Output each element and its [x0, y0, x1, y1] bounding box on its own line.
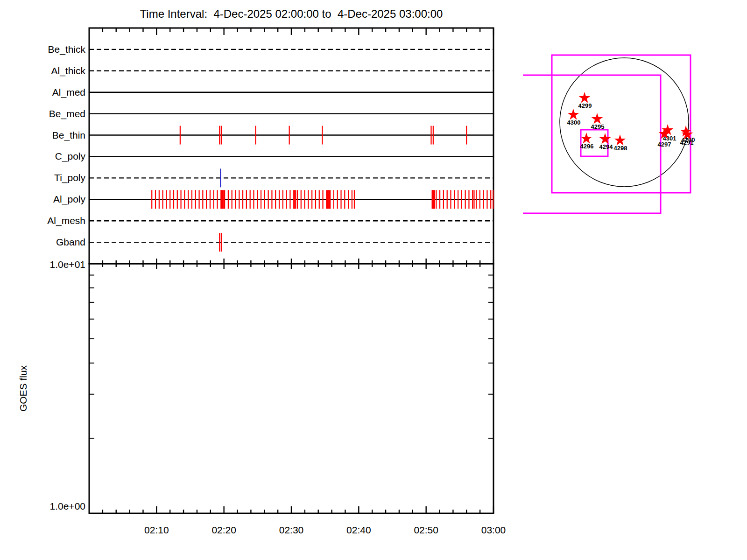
ar-label-4300: 4300 [567, 119, 581, 126]
filter-label-Be_med: Be_med [49, 108, 85, 119]
filter-row-Al_poly: Al_poly [53, 190, 493, 209]
active-region-4299: 4299 [578, 92, 592, 109]
filter-label-Al_poly: Al_poly [53, 194, 85, 205]
x-tick-label-02:20: 02:20 [211, 525, 236, 535]
filter-label-Be_thin: Be_thin [52, 130, 85, 141]
ar-label-4296: 4296 [580, 143, 594, 150]
ar-star-icon [592, 113, 603, 124]
filter-label-Ti_poly: Ti_poly [54, 172, 85, 183]
filter-label-Al_thick: Al_thick [51, 65, 85, 77]
filter-row-Al_mesh: Al_mesh [47, 215, 493, 226]
filter-label-Al_mesh: Al_mesh [47, 215, 85, 226]
time-axis-ticks [103, 28, 493, 513]
filter-rows: Be_thickAl_thickAl_medBe_medBe_thinC_pol… [47, 44, 493, 252]
active-region-4296: 4296 [580, 133, 594, 150]
y-axis-label-top: 1.0e+01 [50, 259, 86, 270]
solar-disk-map: 4299430042954296429442984301429742904291 [523, 55, 695, 213]
active-region-4298: 4298 [614, 134, 627, 152]
filter-label-C_poly: C_poly [55, 151, 86, 162]
ar-label-4294: 4294 [599, 143, 613, 150]
active-region-4295: 4295 [591, 113, 605, 130]
y-axis-label-bottom: 1.0e+00 [50, 501, 86, 511]
filter-row-Be_med: Be_med [49, 108, 493, 119]
filter-label-Gband: Gband [56, 237, 85, 247]
ar-star-icon [614, 134, 626, 146]
goes-flux-axis-title: GOES flux [18, 365, 28, 412]
panel-frames [89, 28, 493, 513]
filter-row-C_poly: C_poly [55, 151, 493, 162]
filter-row-Al_thick: Al_thick [51, 65, 493, 77]
ar-label-4298: 4298 [614, 145, 627, 152]
ar-label-4297: 4297 [658, 141, 671, 148]
active-region-4300: 4300 [567, 109, 581, 126]
filter-label-Be_thick: Be_thick [48, 44, 85, 55]
plot-canvas: Be_thickAl_thickAl_medBe_medBe_thinC_pol… [0, 0, 747, 560]
goes-panel-border [89, 264, 493, 513]
x-tick-label-03:00: 03:00 [481, 525, 506, 535]
filter-row-Ti_poly: Ti_poly [54, 168, 493, 187]
active-region-4294: 4294 [599, 133, 613, 150]
screenshot-root: Time Interval: 4-Dec-2025 02:00:00 to 4-… [0, 0, 747, 560]
ar-star-icon [579, 92, 591, 103]
filter-row-Al_med: Al_med [52, 87, 493, 98]
filter-panel-border [89, 28, 493, 264]
ar-star-icon [599, 133, 611, 144]
filter-row-Gband: Gband [56, 233, 493, 252]
ar-star-icon [581, 133, 592, 144]
ar-label-4295: 4295 [591, 123, 605, 130]
ar-label-4291: 4291 [680, 139, 694, 146]
x-tick-label-02:40: 02:40 [346, 525, 371, 535]
ar-star-icon [568, 109, 579, 120]
goes-axis [89, 264, 493, 513]
filter-label-Al_med: Al_med [52, 87, 85, 98]
filter-row-Be_thick: Be_thick [48, 44, 493, 55]
x-tick-label-02:50: 02:50 [414, 525, 438, 535]
filter-row-Be_thin: Be_thin [52, 126, 493, 145]
x-tick-label-02:30: 02:30 [279, 525, 304, 535]
x-tick-label-02:10: 02:10 [144, 525, 169, 535]
ar-label-4299: 4299 [578, 102, 592, 109]
